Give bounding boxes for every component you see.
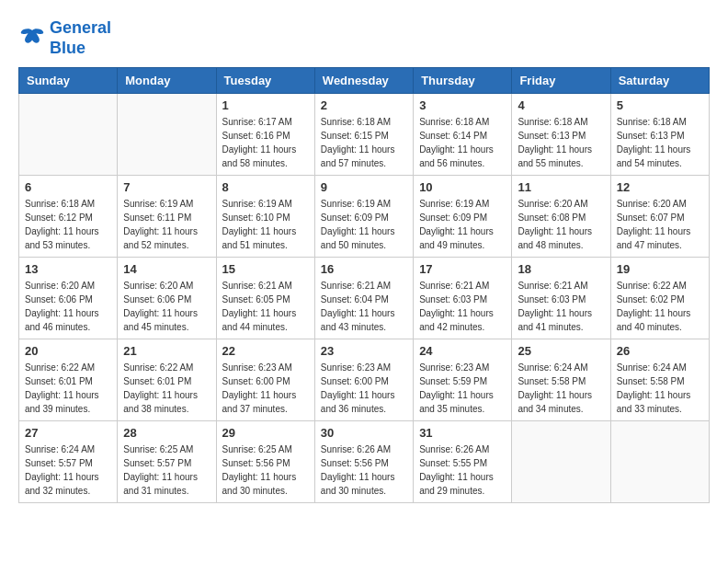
calendar-cell: 4Sunrise: 6:18 AMSunset: 6:13 PMDaylight… bbox=[512, 94, 610, 176]
day-info: Sunrise: 6:18 AMSunset: 6:15 PMDaylight:… bbox=[321, 115, 407, 170]
calendar-cell: 10Sunrise: 6:19 AMSunset: 6:09 PMDayligh… bbox=[414, 176, 512, 258]
day-number: 22 bbox=[222, 344, 309, 358]
day-number: 27 bbox=[25, 426, 111, 440]
day-info: Sunrise: 6:19 AMSunset: 6:10 PMDaylight:… bbox=[222, 197, 309, 252]
day-info: Sunrise: 6:23 AMSunset: 5:59 PMDaylight:… bbox=[419, 361, 506, 416]
calendar-cell: 30Sunrise: 6:26 AMSunset: 5:56 PMDayligh… bbox=[314, 421, 413, 503]
day-number: 21 bbox=[123, 344, 210, 358]
calendar-cell bbox=[19, 94, 118, 176]
day-info: Sunrise: 6:22 AMSunset: 6:02 PMDaylight:… bbox=[617, 279, 703, 334]
day-info: Sunrise: 6:21 AMSunset: 6:05 PMDaylight:… bbox=[222, 279, 309, 334]
calendar-cell: 20Sunrise: 6:22 AMSunset: 6:01 PMDayligh… bbox=[19, 339, 118, 421]
day-info: Sunrise: 6:19 AMSunset: 6:11 PMDaylight:… bbox=[123, 197, 210, 252]
day-info: Sunrise: 6:26 AMSunset: 5:56 PMDaylight:… bbox=[321, 442, 407, 498]
day-number: 18 bbox=[518, 262, 604, 276]
day-info: Sunrise: 6:22 AMSunset: 6:01 PMDaylight:… bbox=[25, 361, 111, 416]
day-info: Sunrise: 6:18 AMSunset: 6:13 PMDaylight:… bbox=[518, 115, 604, 170]
calendar-cell: 12Sunrise: 6:20 AMSunset: 6:07 PMDayligh… bbox=[610, 176, 709, 258]
weekday-header-sunday: Sunday bbox=[19, 68, 118, 94]
calendar-cell: 28Sunrise: 6:25 AMSunset: 5:57 PMDayligh… bbox=[118, 421, 216, 503]
day-info: Sunrise: 6:18 AMSunset: 6:14 PMDaylight:… bbox=[419, 115, 506, 170]
calendar-cell: 11Sunrise: 6:20 AMSunset: 6:08 PMDayligh… bbox=[512, 176, 610, 258]
day-info: Sunrise: 6:17 AMSunset: 6:16 PMDaylight:… bbox=[222, 115, 309, 170]
day-number: 12 bbox=[617, 180, 703, 194]
day-number: 7 bbox=[123, 180, 210, 194]
day-number: 29 bbox=[222, 426, 309, 440]
day-number: 15 bbox=[222, 262, 309, 276]
weekday-header-friday: Friday bbox=[512, 68, 610, 94]
calendar-table: SundayMondayTuesdayWednesdayThursdayFrid… bbox=[18, 67, 710, 503]
day-number: 1 bbox=[222, 98, 309, 112]
calendar-cell: 1Sunrise: 6:17 AMSunset: 6:16 PMDaylight… bbox=[216, 94, 314, 176]
day-number: 5 bbox=[617, 98, 703, 112]
week-row-1: 1Sunrise: 6:17 AMSunset: 6:16 PMDaylight… bbox=[19, 94, 710, 176]
calendar-cell: 16Sunrise: 6:21 AMSunset: 6:04 PMDayligh… bbox=[314, 258, 413, 339]
calendar-cell: 22Sunrise: 6:23 AMSunset: 6:00 PMDayligh… bbox=[216, 339, 314, 421]
calendar-cell: 8Sunrise: 6:19 AMSunset: 6:10 PMDaylight… bbox=[216, 176, 314, 258]
day-info: Sunrise: 6:24 AMSunset: 5:58 PMDaylight:… bbox=[518, 361, 604, 416]
day-number: 9 bbox=[321, 180, 407, 194]
day-info: Sunrise: 6:24 AMSunset: 5:58 PMDaylight:… bbox=[617, 361, 703, 416]
calendar-cell: 21Sunrise: 6:22 AMSunset: 6:01 PMDayligh… bbox=[118, 339, 216, 421]
calendar-cell bbox=[512, 421, 610, 503]
day-number: 30 bbox=[321, 426, 407, 440]
logo: General Blue bbox=[18, 18, 111, 58]
calendar-cell: 23Sunrise: 6:23 AMSunset: 6:00 PMDayligh… bbox=[314, 339, 413, 421]
day-info: Sunrise: 6:18 AMSunset: 6:13 PMDaylight:… bbox=[617, 115, 703, 170]
day-number: 19 bbox=[617, 262, 703, 276]
day-number: 31 bbox=[419, 426, 506, 440]
weekday-header-saturday: Saturday bbox=[610, 68, 709, 94]
day-info: Sunrise: 6:19 AMSunset: 6:09 PMDaylight:… bbox=[419, 197, 506, 252]
calendar-cell: 13Sunrise: 6:20 AMSunset: 6:06 PMDayligh… bbox=[19, 258, 118, 339]
calendar-cell: 14Sunrise: 6:20 AMSunset: 6:06 PMDayligh… bbox=[118, 258, 216, 339]
day-info: Sunrise: 6:18 AMSunset: 6:12 PMDaylight:… bbox=[25, 197, 111, 252]
day-number: 25 bbox=[518, 344, 604, 358]
day-number: 17 bbox=[419, 262, 506, 276]
calendar-cell: 3Sunrise: 6:18 AMSunset: 6:14 PMDaylight… bbox=[414, 94, 512, 176]
calendar-cell: 9Sunrise: 6:19 AMSunset: 6:09 PMDaylight… bbox=[314, 176, 413, 258]
day-number: 26 bbox=[617, 344, 703, 358]
day-number: 3 bbox=[419, 98, 506, 112]
calendar-cell: 26Sunrise: 6:24 AMSunset: 5:58 PMDayligh… bbox=[610, 339, 709, 421]
weekday-header-thursday: Thursday bbox=[414, 68, 512, 94]
calendar-cell: 6Sunrise: 6:18 AMSunset: 6:12 PMDaylight… bbox=[19, 176, 118, 258]
calendar-cell bbox=[610, 421, 709, 503]
calendar-cell bbox=[118, 94, 216, 176]
day-info: Sunrise: 6:20 AMSunset: 6:08 PMDaylight:… bbox=[518, 197, 604, 252]
day-number: 6 bbox=[25, 180, 111, 194]
day-number: 8 bbox=[222, 180, 309, 194]
day-number: 24 bbox=[419, 344, 506, 358]
week-row-5: 27Sunrise: 6:24 AMSunset: 5:57 PMDayligh… bbox=[19, 421, 710, 503]
week-row-4: 20Sunrise: 6:22 AMSunset: 6:01 PMDayligh… bbox=[19, 339, 710, 421]
calendar-cell: 31Sunrise: 6:26 AMSunset: 5:55 PMDayligh… bbox=[414, 421, 512, 503]
day-info: Sunrise: 6:22 AMSunset: 6:01 PMDaylight:… bbox=[123, 361, 210, 416]
day-number: 20 bbox=[25, 344, 111, 358]
day-number: 16 bbox=[321, 262, 407, 276]
calendar-cell: 17Sunrise: 6:21 AMSunset: 6:03 PMDayligh… bbox=[414, 258, 512, 339]
calendar-cell: 7Sunrise: 6:19 AMSunset: 6:11 PMDaylight… bbox=[118, 176, 216, 258]
calendar-cell: 25Sunrise: 6:24 AMSunset: 5:58 PMDayligh… bbox=[512, 339, 610, 421]
week-row-3: 13Sunrise: 6:20 AMSunset: 6:06 PMDayligh… bbox=[19, 258, 710, 339]
day-info: Sunrise: 6:25 AMSunset: 5:56 PMDaylight:… bbox=[222, 442, 309, 498]
day-info: Sunrise: 6:20 AMSunset: 6:06 PMDaylight:… bbox=[25, 279, 111, 334]
day-number: 14 bbox=[123, 262, 210, 276]
day-number: 11 bbox=[518, 180, 604, 194]
day-number: 4 bbox=[518, 98, 604, 112]
calendar-cell: 19Sunrise: 6:22 AMSunset: 6:02 PMDayligh… bbox=[610, 258, 709, 339]
day-info: Sunrise: 6:21 AMSunset: 6:03 PMDaylight:… bbox=[518, 279, 604, 334]
day-info: Sunrise: 6:20 AMSunset: 6:06 PMDaylight:… bbox=[123, 279, 210, 334]
calendar-cell: 5Sunrise: 6:18 AMSunset: 6:13 PMDaylight… bbox=[610, 94, 709, 176]
day-number: 13 bbox=[25, 262, 111, 276]
logo-icon bbox=[18, 25, 46, 52]
day-info: Sunrise: 6:26 AMSunset: 5:55 PMDaylight:… bbox=[419, 442, 506, 498]
day-info: Sunrise: 6:19 AMSunset: 6:09 PMDaylight:… bbox=[321, 197, 407, 252]
day-info: Sunrise: 6:20 AMSunset: 6:07 PMDaylight:… bbox=[617, 197, 703, 252]
calendar-cell: 15Sunrise: 6:21 AMSunset: 6:05 PMDayligh… bbox=[216, 258, 314, 339]
day-info: Sunrise: 6:23 AMSunset: 6:00 PMDaylight:… bbox=[321, 361, 407, 416]
day-number: 10 bbox=[419, 180, 506, 194]
calendar-cell: 18Sunrise: 6:21 AMSunset: 6:03 PMDayligh… bbox=[512, 258, 610, 339]
logo-text: General Blue bbox=[50, 18, 111, 58]
day-info: Sunrise: 6:21 AMSunset: 6:04 PMDaylight:… bbox=[321, 279, 407, 334]
calendar-cell: 24Sunrise: 6:23 AMSunset: 5:59 PMDayligh… bbox=[414, 339, 512, 421]
week-row-2: 6Sunrise: 6:18 AMSunset: 6:12 PMDaylight… bbox=[19, 176, 710, 258]
